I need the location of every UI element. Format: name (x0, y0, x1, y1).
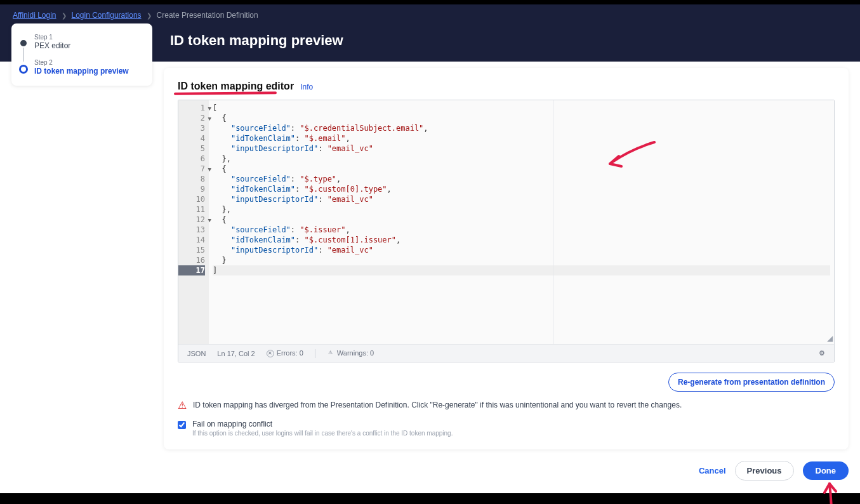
code-line[interactable]: { (213, 164, 830, 174)
breadcrumb-link-login-configurations[interactable]: Login Configurations (72, 11, 142, 20)
wizard-actions: Cancel Previous Done (164, 461, 849, 481)
code-line[interactable]: { (213, 113, 830, 123)
breadcrumb-link-affinidi-login[interactable]: Affinidi Login (13, 11, 56, 20)
divergence-alert: ⚠ ID token mapping has diverged from the… (178, 401, 835, 411)
code-line[interactable]: "inputDescriptorId": "email_vc" (213, 245, 830, 255)
code-line[interactable]: "idTokenClaim": "$.email", (213, 133, 830, 143)
step-label: Step 1 (34, 34, 143, 41)
code-line[interactable]: "idTokenClaim": "$.custom[0].type", (213, 184, 830, 194)
gutter-line: 12▼ (178, 215, 205, 225)
alert-text: ID token mapping has diverged from the P… (193, 401, 682, 409)
step-dot-icon (20, 40, 27, 46)
status-cursor-position: Ln 17, Col 2 (217, 350, 255, 357)
breadcrumb-current: Create Presentation Definition (157, 11, 258, 20)
code-line[interactable]: [ (213, 103, 830, 113)
gutter-line: 1▼ (178, 103, 205, 113)
gutter-line: 14 (178, 235, 205, 245)
cancel-button[interactable]: Cancel (699, 466, 726, 475)
code-line[interactable]: "idTokenClaim": "$.custom[1].issuer", (213, 235, 830, 245)
code-line[interactable]: }, (213, 154, 830, 164)
card-title: ID token mapping editor (178, 81, 294, 92)
chevron-right-icon: ❯ (62, 12, 67, 19)
gutter-line: 2▼ (178, 113, 205, 123)
gutter-line: 17 (178, 265, 205, 275)
wizard-stepper: Step 1 PEX editor Step 2 ID token mappin… (11, 23, 152, 86)
step-dot-active-icon (19, 65, 28, 74)
step-2-id-token-mapping[interactable]: Step 2 ID token mapping preview (20, 59, 143, 76)
code-line[interactable]: } (213, 255, 830, 265)
step-1-pex-editor[interactable]: Step 1 PEX editor (20, 34, 143, 50)
editor-card: ID token mapping editor Info 1▼2▼34567▼8… (164, 68, 849, 449)
previous-button[interactable]: Previous (735, 461, 794, 481)
step-name: PEX editor (34, 41, 143, 50)
settings-gear-icon[interactable]: ⚙ (819, 349, 825, 357)
gutter-line: 7▼ (178, 164, 205, 174)
done-button[interactable]: Done (803, 461, 849, 480)
gutter-line: 3 (178, 123, 205, 133)
gutter-line: 6 (178, 154, 205, 164)
chevron-right-icon: ❯ (147, 12, 152, 19)
page-title: ID token mapping preview (170, 32, 847, 49)
status-language: JSON (187, 350, 206, 357)
editor-status-bar: JSON Ln 17, Col 2 ✕Errors: 0 ⚠Warnings: … (178, 344, 834, 362)
regenerate-button[interactable]: Re-generate from presentation definition (668, 373, 835, 392)
gutter-line: 10 (178, 194, 205, 204)
status-errors[interactable]: ✕Errors: 0 (267, 349, 303, 357)
annotation-arrow-icon (822, 482, 841, 504)
alert-triangle-icon: ⚠ (178, 401, 187, 411)
step-name: ID token mapping preview (34, 67, 143, 76)
gutter-line: 8 (178, 174, 205, 184)
code-area[interactable]: [ { "sourceField": "$.credentialSubject.… (209, 100, 834, 344)
breadcrumb: Affinidi Login ❯ Login Configurations ❯ … (13, 11, 847, 20)
code-line[interactable]: }, (213, 204, 830, 215)
code-line[interactable]: { (213, 215, 830, 225)
warning-icon: ⚠ (327, 350, 334, 357)
code-line[interactable]: "sourceField": "$.credentialSubject.emai… (213, 123, 830, 133)
checkbox-label: Fail on mapping conflict (192, 420, 453, 428)
code-line[interactable]: "sourceField": "$.issuer", (213, 225, 830, 235)
gutter-line: 13 (178, 225, 205, 235)
error-icon: ✕ (267, 350, 274, 357)
gutter-line: 9 (178, 184, 205, 194)
gutter-line: 5 (178, 143, 205, 154)
gutter-line: 16 (178, 255, 205, 265)
code-line[interactable]: "inputDescriptorId": "email_vc" (213, 143, 830, 154)
annotation-underline (174, 91, 277, 95)
fail-on-conflict-checkbox[interactable] (178, 421, 186, 429)
code-line[interactable]: ] (213, 265, 830, 275)
step-label: Step 2 (34, 59, 143, 66)
info-link[interactable]: Info (300, 83, 313, 91)
json-editor[interactable]: 1▼2▼34567▼89101112▼1314151617 [ { "sourc… (178, 100, 835, 362)
code-line[interactable]: "inputDescriptorId": "email_vc" (213, 194, 830, 204)
code-line[interactable]: "sourceField": "$.type", (213, 174, 830, 184)
status-warnings[interactable]: ⚠Warnings: 0 (327, 349, 374, 357)
line-gutter: 1▼2▼34567▼89101112▼1314151617 (178, 100, 209, 344)
checkbox-description: If this option is checked, user logins w… (192, 430, 453, 437)
gutter-line: 11 (178, 204, 205, 215)
gutter-line: 4 (178, 133, 205, 143)
gutter-line: 15 (178, 245, 205, 255)
